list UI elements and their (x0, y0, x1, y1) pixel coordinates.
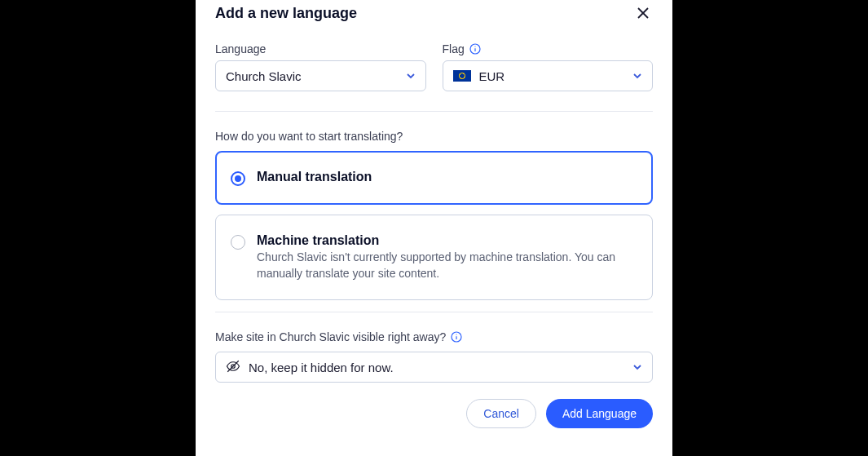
flag-value: EUR (479, 69, 505, 83)
radio-content: Manual translation (257, 170, 637, 186)
svg-point-4 (474, 46, 475, 46)
visibility-select[interactable]: No, keep it hidden for now. (215, 352, 653, 383)
eu-flag-icon (453, 70, 471, 82)
language-select[interactable]: Church Slavic (215, 60, 426, 91)
hidden-icon (226, 359, 240, 376)
form-row: Language Church Slavic Flag (215, 42, 653, 91)
divider (215, 312, 653, 312)
close-button[interactable] (633, 3, 653, 23)
radio-manual-translation[interactable]: Manual translation (215, 151, 653, 205)
info-icon[interactable] (469, 43, 481, 55)
manual-translation-title: Manual translation (257, 170, 637, 184)
visibility-question: Make site in Church Slavic visible right… (215, 330, 653, 343)
visibility-content: No, keep it hidden for now. (226, 359, 394, 376)
chevron-down-icon (406, 69, 416, 83)
modal-footer: Cancel Add Language (215, 399, 653, 432)
flag-label-text: Flag (443, 42, 465, 55)
close-icon (637, 7, 650, 20)
add-language-modal: Add a new language Language Church Slavi… (196, 0, 672, 456)
divider (215, 111, 653, 112)
machine-translation-title: Machine translation (257, 233, 637, 248)
chevron-down-icon (632, 69, 642, 83)
translation-question: How do you want to start translating? (215, 130, 653, 143)
modal-title: Add a new language (215, 5, 357, 22)
radio-indicator-unchecked (231, 235, 245, 250)
info-icon[interactable] (451, 331, 462, 343)
flag-label: Flag (443, 42, 654, 55)
machine-translation-description: Church Slavic isn't currently supported … (257, 250, 637, 281)
modal-header: Add a new language (215, 0, 653, 33)
visibility-question-text: Make site in Church Slavic visible right… (215, 330, 446, 343)
flag-select[interactable]: EUR (443, 60, 654, 91)
language-label: Language (215, 42, 426, 55)
flag-field: Flag EUR (443, 42, 654, 91)
radio-content: Machine translation Church Slavic isn't … (257, 233, 637, 281)
flag-select-content: EUR (453, 69, 505, 83)
cancel-button[interactable]: Cancel (466, 399, 536, 428)
language-field: Language Church Slavic (215, 42, 426, 91)
language-value: Church Slavic (226, 69, 302, 83)
svg-point-7 (456, 334, 457, 335)
chevron-down-icon (632, 361, 642, 374)
radio-indicator-checked (231, 171, 245, 186)
radio-machine-translation[interactable]: Machine translation Church Slavic isn't … (215, 215, 653, 300)
add-language-button[interactable]: Add Language (546, 399, 653, 428)
visibility-value: No, keep it hidden for now. (249, 361, 394, 374)
